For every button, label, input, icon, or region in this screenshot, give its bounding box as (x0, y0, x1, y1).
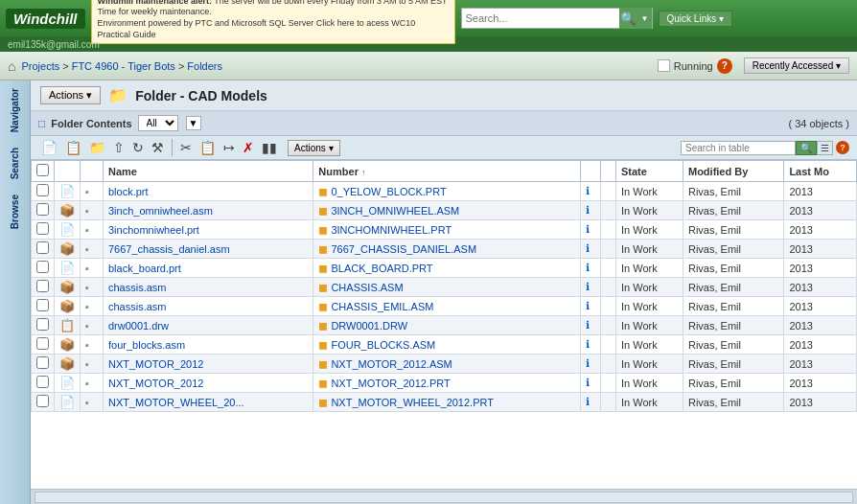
info-icon-4[interactable]: ℹ (586, 262, 590, 273)
toolbar-folder-button[interactable]: 📁 (86, 138, 108, 157)
row-number-link-9[interactable]: NXT_MOTOR_2012.ASM (331, 358, 452, 370)
info-icon-2[interactable]: ℹ (586, 223, 590, 235)
navigator-button[interactable]: Navigator (6, 80, 24, 140)
row-name-2[interactable]: 3inchomniwheel.prt (104, 220, 313, 240)
row-number-link-4[interactable]: BLACK_BOARD.PRT (331, 263, 432, 274)
row-name-7[interactable]: drw0001.drw (104, 316, 313, 335)
row-info-10[interactable]: ℹ (580, 374, 601, 393)
info-icon-6[interactable]: ℹ (586, 300, 590, 311)
row-name-link-4[interactable]: black_board.prt (108, 263, 181, 274)
row-name-link-7[interactable]: drw0001.drw (108, 320, 169, 332)
row-number-link-10[interactable]: NXT_MOTOR_2012.PRT (331, 378, 450, 389)
expand-icon[interactable]: □ (38, 117, 45, 130)
toolbar-cut-button[interactable]: ✂ (177, 138, 195, 157)
actions-button[interactable]: Actions ▾ (40, 86, 101, 104)
col-last-mod[interactable]: Last Mo (784, 161, 857, 182)
info-icon-7[interactable]: ℹ (586, 319, 590, 331)
table-container[interactable]: Name Number ↑ State Modified By Last Mo … (31, 160, 857, 489)
search-table-button[interactable]: 🔍 (796, 141, 817, 155)
row-name-3[interactable]: 7667_chassis_daniel.asm (104, 240, 313, 259)
search-table-input[interactable] (681, 141, 796, 155)
quick-links-button[interactable]: Quick Links ▾ (659, 11, 732, 27)
filter-dropdown-button[interactable]: ▼ (186, 116, 201, 130)
row-checkbox-4[interactable] (32, 259, 55, 278)
row-select-8[interactable] (36, 337, 49, 350)
row-name-link-9[interactable]: NXT_MOTOR_2012 (108, 358, 203, 370)
col-state[interactable]: State (615, 161, 683, 182)
row-info-4[interactable]: ℹ (580, 259, 601, 278)
help-button-2[interactable]: ? (836, 141, 849, 154)
toolbar-upload-button[interactable]: ⇧ (110, 138, 127, 157)
info-icon-0[interactable]: ℹ (586, 185, 590, 196)
row-name-9[interactable]: NXT_MOTOR_2012 (104, 355, 313, 374)
row-name-5[interactable]: chassis.asm (104, 278, 313, 297)
row-info-8[interactable]: ℹ (580, 335, 601, 355)
breadcrumb-projects[interactable]: Projects (21, 60, 59, 72)
toolbar-move-button[interactable]: ↦ (220, 138, 238, 157)
row-info-6[interactable]: ℹ (580, 297, 601, 316)
search-button-left[interactable]: Search (6, 140, 24, 187)
toolbar-delete-button[interactable]: ✗ (240, 138, 257, 157)
row-checkbox-1[interactable] (32, 201, 55, 220)
row-checkbox-0[interactable] (32, 182, 55, 201)
info-icon-3[interactable]: ℹ (586, 242, 590, 254)
breadcrumb-ftc[interactable]: FTC 4960 - Tiger Bots (72, 60, 175, 72)
row-select-5[interactable] (36, 280, 49, 292)
row-number-link-0[interactable]: 0_YELOW_BLOCK.PRT (331, 186, 446, 197)
info-icon-5[interactable]: ℹ (586, 281, 590, 292)
toolbar-copy-button[interactable]: 📋 (62, 138, 84, 157)
filter-select[interactable]: All (138, 115, 178, 131)
row-number-link-5[interactable]: CHASSIS.ASM (331, 282, 403, 293)
row-number-link-2[interactable]: 3INCHOMNIWHEEL.PRT (331, 224, 452, 236)
row-number-link-1[interactable]: 3INCH_OMNIWHEEL.ASM (331, 205, 459, 217)
search-dropdown-button[interactable]: ▼ (638, 8, 652, 29)
search-button[interactable]: 🔍 (619, 8, 638, 29)
row-select-7[interactable] (36, 318, 49, 331)
recently-accessed-button[interactable]: Recently Accessed ▾ (744, 57, 849, 74)
row-checkbox-8[interactable] (32, 335, 55, 355)
search-input[interactable] (462, 11, 619, 26)
row-name-4[interactable]: black_board.prt (104, 259, 313, 278)
toolbar-refresh-button[interactable]: ↻ (129, 138, 147, 157)
row-name-link-10[interactable]: NXT_MOTOR_2012 (108, 378, 203, 389)
info-icon-10[interactable]: ℹ (586, 377, 590, 388)
row-select-0[interactable] (36, 184, 49, 196)
row-name-6[interactable]: chassis.asm (104, 297, 313, 316)
row-checkbox-11[interactable] (32, 393, 55, 412)
hscroll-thumb[interactable] (35, 492, 853, 503)
row-number-link-11[interactable]: NXT_MOTOR_WHEEL_2012.PRT (331, 397, 494, 408)
alert-box[interactable]: Windmill maintenance alert: The server w… (91, 0, 455, 44)
horizontal-scrollbar[interactable] (31, 489, 857, 504)
row-name-link-11[interactable]: NXT_MOTOR_WHEEL_20... (108, 397, 244, 408)
info-icon-11[interactable]: ℹ (586, 396, 590, 407)
browse-button[interactable]: Browse (6, 187, 24, 237)
toolbar-more-button[interactable]: ▮▮ (259, 138, 280, 157)
row-number-link-8[interactable]: FOUR_BLOCKS.ASM (331, 339, 435, 351)
row-info-11[interactable]: ℹ (580, 393, 601, 412)
col-number[interactable]: Number ↑ (313, 161, 580, 182)
home-icon[interactable]: ⌂ (8, 58, 15, 74)
row-number-link-7[interactable]: DRW0001.DRW (331, 320, 407, 332)
row-select-10[interactable] (36, 376, 49, 388)
row-checkbox-7[interactable] (32, 316, 55, 335)
row-select-11[interactable] (36, 395, 49, 407)
col-modified-by[interactable]: Modified By (683, 161, 783, 182)
table-settings-button[interactable]: ☰ (817, 141, 833, 155)
row-name-10[interactable]: NXT_MOTOR_2012 (104, 374, 313, 393)
row-name-link-1[interactable]: 3inch_omniwheel.asm (108, 205, 213, 217)
row-select-3[interactable] (36, 241, 49, 254)
row-checkbox-3[interactable] (32, 240, 55, 259)
row-name-link-6[interactable]: chassis.asm (108, 301, 167, 312)
row-name-8[interactable]: four_blocks.asm (104, 335, 313, 355)
row-name-link-2[interactable]: 3inchomniwheel.prt (108, 224, 199, 236)
row-name-0[interactable]: block.prt (104, 182, 313, 201)
row-info-9[interactable]: ℹ (580, 355, 601, 374)
row-name-link-8[interactable]: four_blocks.asm (108, 339, 185, 351)
row-checkbox-9[interactable] (32, 355, 55, 374)
row-name-11[interactable]: NXT_MOTOR_WHEEL_20... (104, 393, 313, 412)
col-name[interactable]: Name (104, 161, 313, 182)
row-name-link-5[interactable]: chassis.asm (108, 282, 167, 293)
toolbar-new-button[interactable]: 📄 (38, 138, 60, 157)
row-info-5[interactable]: ℹ (580, 278, 601, 297)
row-info-2[interactable]: ℹ (580, 220, 601, 240)
